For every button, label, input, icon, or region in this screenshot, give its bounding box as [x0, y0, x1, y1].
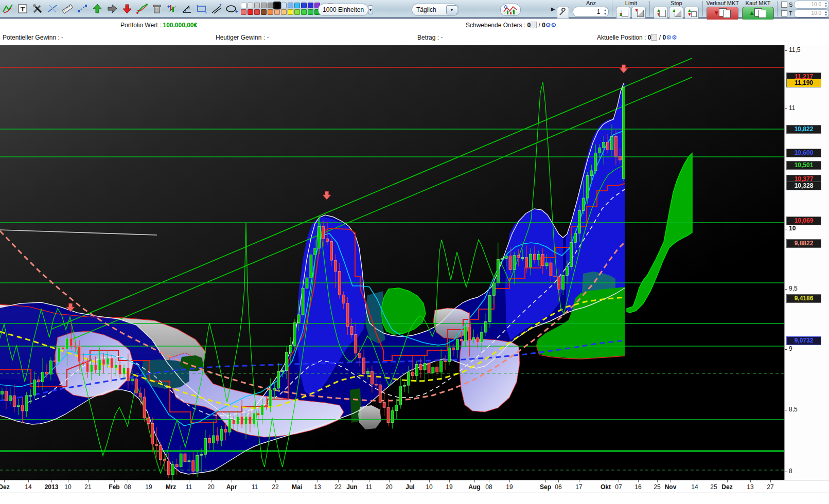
candle-body — [411, 372, 414, 375]
chart-canvas[interactable] — [0, 45, 784, 480]
candle-body — [428, 363, 430, 373]
limit-sell-order-button[interactable]: ▼ — [631, 7, 646, 19]
order-settings-button[interactable] — [557, 7, 569, 19]
quantity-stepper[interactable]: ▲▼ — [603, 8, 607, 15]
arrow-up-icon[interactable] — [90, 2, 104, 16]
time-tick-mark — [149, 480, 149, 482]
candle-body — [78, 346, 81, 362]
candle-body — [419, 364, 422, 369]
time-tick-mark — [429, 480, 430, 482]
color-swatch[interactable] — [254, 3, 260, 8]
candle-body — [619, 156, 621, 160]
timeframe-dropdown[interactable]: Täglich ▼ — [412, 4, 459, 16]
add-indicator-icon[interactable]: + — [165, 2, 179, 16]
price-tick-mark — [785, 50, 787, 51]
arrow-right-icon[interactable] — [105, 2, 119, 16]
time-axis[interactable]: Dez1420131021Feb0819Mrz1120Apr1122Mai132… — [0, 480, 829, 493]
color-swatch[interactable] — [281, 9, 287, 15]
delete-tool-icon[interactable] — [150, 2, 164, 16]
time-tick-label: 11 — [186, 483, 192, 491]
position-doc-icon[interactable] — [651, 34, 657, 41]
color-swatch[interactable] — [294, 3, 300, 8]
time-tick-mark — [579, 480, 579, 482]
candle-body — [13, 395, 15, 406]
stop-sell-order-button[interactable]: ▲ — [669, 7, 683, 19]
channel-tool-icon[interactable]: + — [209, 2, 223, 16]
candle-body — [582, 198, 585, 210]
rectangle-tool-icon[interactable]: ×× — [195, 2, 208, 16]
orders-gear-icon[interactable]: ⚙⚙ — [545, 22, 557, 29]
limit-buy-order-button[interactable]: ▼▲ — [616, 7, 630, 19]
units-dropdown-value: 1000 Einheiten — [319, 6, 368, 13]
position-gear-icon[interactable]: ⚙⚙ — [666, 34, 677, 41]
ruler-icon[interactable] — [60, 2, 74, 16]
arrow-down-icon[interactable] — [120, 2, 134, 16]
candle-body — [224, 429, 227, 432]
trendline-tool-icon[interactable] — [1, 2, 14, 16]
color-swatch[interactable] — [254, 9, 260, 15]
stop-loss-checkbox[interactable] — [781, 2, 787, 8]
units-dropdown-arrow-icon[interactable]: ▼ — [368, 5, 373, 14]
color-swatch[interactable] — [241, 3, 246, 8]
color-swatch[interactable] — [261, 9, 267, 15]
text-tool-icon[interactable]: T — [15, 2, 29, 16]
freehand-lines-icon[interactable] — [135, 2, 149, 16]
units-dropdown[interactable]: 1000 Einheiten ▼ — [318, 4, 368, 16]
color-swatch[interactable] — [308, 3, 313, 8]
candle-body — [424, 363, 426, 370]
candle-body — [98, 359, 101, 370]
color-swatch[interactable] — [261, 3, 267, 8]
color-swatch[interactable] — [268, 9, 273, 15]
sell-market-button[interactable]: ▼ — [707, 7, 738, 21]
buy-market-button[interactable]: ▲ — [742, 7, 774, 21]
time-tick-mark — [750, 480, 751, 482]
quantity-input[interactable]: 1▲▼ — [573, 7, 609, 17]
tools-icon[interactable] — [30, 2, 44, 16]
color-swatch[interactable] — [248, 9, 253, 15]
chart-style-button[interactable] — [500, 4, 521, 16]
candle-body — [415, 364, 418, 375]
candle-body — [375, 384, 377, 385]
angle-tool-icon[interactable]: α — [180, 2, 193, 16]
time-tick-label: 20 — [207, 483, 214, 491]
take-profit-checkbox[interactable] — [781, 10, 787, 16]
price-axis[interactable]: 11,511109,598,5811,21711,19010,82210,600… — [784, 45, 829, 480]
candle-body — [541, 254, 544, 266]
candle-body — [448, 348, 451, 362]
color-swatch[interactable] — [273, 2, 281, 9]
candle-body — [139, 393, 142, 397]
take-profit-input[interactable]: 10.0▲▼ — [794, 9, 829, 17]
color-swatch[interactable] — [248, 3, 253, 8]
time-tick-label: 08 — [124, 483, 131, 491]
orders-doc-icon[interactable] — [531, 22, 537, 28]
color-swatch[interactable] — [294, 9, 300, 15]
color-swatch[interactable] — [308, 9, 313, 15]
candle-body — [562, 275, 565, 289]
color-swatch[interactable] — [268, 3, 273, 8]
segment-tool-icon[interactable] — [75, 2, 89, 16]
color-swatch[interactable] — [288, 9, 293, 15]
color-swatch[interactable] — [274, 9, 280, 15]
candle-body — [70, 338, 73, 346]
color-swatch[interactable] — [281, 3, 287, 8]
time-tick-label: 14 — [25, 483, 31, 491]
stop-loss-input[interactable]: 10.0▲▼ — [794, 1, 829, 9]
cross-lines-icon[interactable] — [45, 2, 59, 16]
timeframe-dropdown-arrow-icon[interactable]: ▼ — [446, 5, 457, 14]
stop-limit-order-button[interactable]: ▲▼ — [684, 7, 699, 19]
candle-body — [306, 278, 308, 288]
color-swatch[interactable] — [288, 3, 293, 8]
time-tick-label: 20 — [385, 483, 392, 491]
take-profit-stepper[interactable]: ▲▼ — [824, 10, 827, 16]
color-swatch[interactable] — [301, 3, 307, 8]
panel-expander-icon[interactable]: ▶ — [551, 6, 555, 12]
stop-loss-stepper[interactable]: ▲▼ — [824, 2, 827, 8]
stop-buy-order-button[interactable]: ▲▼ — [654, 7, 668, 19]
chart-plot[interactable] — [0, 45, 784, 480]
lavender-aug — [460, 339, 520, 412]
ellipse-tool-icon[interactable]: + — [224, 2, 238, 16]
color-swatch[interactable] — [241, 9, 246, 15]
color-swatch[interactable] — [301, 9, 307, 15]
trend-line[interactable] — [0, 230, 157, 235]
time-tick-label: Jul — [405, 483, 414, 491]
